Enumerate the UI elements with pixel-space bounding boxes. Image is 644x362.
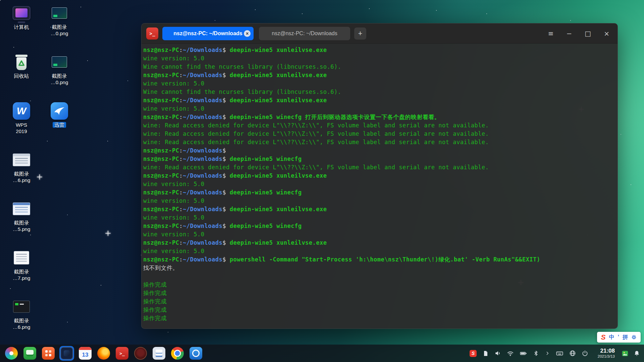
desktop-icon-screenshot-5[interactable]: 截图录…5.png (5, 199, 38, 232)
terminal-line: 操作完成 (143, 289, 614, 297)
tab-bar: nsz@nsz-PC: ~/Downloads×nsz@nsz-PC: ~/Do… (162, 27, 350, 40)
desktop-icon-screenshot-0-b[interactable]: 截图录…0.png (43, 52, 76, 85)
bluetooth-icon[interactable] (533, 350, 539, 357)
desktop-icon-xunlei[interactable]: 迅雷 (43, 101, 76, 128)
dock-item-firefox[interactable] (96, 346, 111, 361)
keyboard-icon[interactable] (556, 350, 564, 357)
dock-item-chrome[interactable] (170, 346, 185, 361)
xunlei-bird-icon (51, 102, 68, 120)
terminal-tab[interactable]: nsz@nsz-PC: ~/Downloads (259, 27, 350, 40)
terminal-tab[interactable]: nsz@nsz-PC: ~/Downloads× (162, 27, 254, 40)
ime-scheme-indicator[interactable]: 拼 (623, 334, 628, 341)
shutdown-icon[interactable] (582, 350, 588, 357)
dock-item-deepin-terminal[interactable]: >_ (115, 346, 129, 361)
terminal-line: wine version: 5.0 (143, 54, 614, 63)
terminal-line: wine version: 5.0 (143, 197, 614, 205)
terminal-line: wine: Read access denied for device L"\\… (143, 130, 614, 138)
terminal-line: nsz@nsz-PC:~/Downloads$ deepin-wine5 xun… (143, 205, 614, 214)
terminal-line: nsz@nsz-PC:~/Downloads$ deepin-wine5 xun… (143, 239, 614, 247)
system-monitor-icon (23, 347, 36, 360)
desktop-icon-screenshot-0-a[interactable]: 截图录…0.png (43, 3, 76, 37)
volume-icon[interactable] (494, 350, 501, 357)
star-sparkle-icon (105, 231, 111, 236)
ime-lang-indicator[interactable]: 中 (609, 334, 614, 341)
screenshot-thumbnail-icon (13, 202, 30, 215)
sogou-icon[interactable]: S (470, 350, 477, 357)
desktop-icon-label: 截图录…5.png (5, 220, 38, 232)
desktop-icon-label: 截图录…0.png (43, 73, 76, 85)
desktop-icon-label: 截图录…7.png (5, 268, 38, 281)
dock-item-launcher[interactable] (4, 346, 19, 361)
screen-capture-icon (190, 347, 202, 360)
desktop-icon-label: WPS2019 (5, 122, 38, 134)
desktop-icon-screenshot-6-a[interactable]: 截图录…6.png (5, 150, 38, 183)
terminal-line: wine: Read access denied for device L"\\… (143, 121, 614, 130)
notifications-icon[interactable] (634, 350, 640, 357)
terminal-line: wine version: 5.0 (143, 214, 614, 222)
terminal-line: 找不到文件。 (143, 264, 614, 272)
document-icon[interactable] (482, 350, 489, 357)
terminal-line (143, 272, 614, 281)
terminal-line: nsz@nsz-PC:~/Downloads$ powershell -Comm… (143, 255, 614, 264)
terminal-line: nsz@nsz-PC:~/Downloads$ deepin-wine5 win… (143, 188, 614, 197)
screenshot-thumbnail-icon (14, 251, 29, 264)
terminal-titlebar[interactable]: >_ nsz@nsz-PC: ~/Downloads×nsz@nsz-PC: ~… (142, 23, 618, 44)
wps-icon: W (13, 102, 30, 120)
tab-title: nsz@nsz-PC: ~/Downloads (173, 31, 242, 37)
dock-item-file-manager[interactable] (59, 346, 74, 361)
menu-icon[interactable]: ≡ (548, 29, 554, 38)
terminal-line: wine version: 5.0 (143, 180, 614, 188)
desktop-icon-computer[interactable]: 计算机 (5, 3, 38, 30)
close-button[interactable]: × (604, 29, 609, 38)
dock-item-app-store[interactable] (41, 346, 56, 361)
dock-item-screen-capture[interactable] (189, 346, 203, 361)
battery-icon[interactable] (520, 350, 527, 357)
gallery-icon[interactable] (622, 350, 629, 357)
tray-right (622, 350, 640, 357)
text-editor-icon (153, 347, 165, 360)
terminal-line: wine version: 5.0 (143, 230, 614, 239)
deepin-terminal-icon: >_ (116, 347, 128, 360)
maximize-button[interactable]: □ (585, 29, 591, 38)
terminal-output[interactable]: nsz@nsz-PC:~/Downloads$ deepin-wine5 xun… (142, 44, 618, 329)
sogou-tray-icon: S (470, 350, 477, 357)
ime-settings-gear-icon[interactable] (631, 335, 637, 340)
window-controls: ≡ − □ × (548, 29, 613, 38)
tab-close-icon[interactable]: × (244, 30, 251, 37)
desktop-icon-label: 截图录…6.png (5, 317, 38, 330)
expand-icon[interactable] (545, 350, 550, 356)
terminal-line: nsz@nsz-PC:~/Downloads$ (143, 146, 614, 155)
desktop-icon-screenshot-7[interactable]: 截图录…7.png (5, 248, 38, 281)
ime-punct-indicator[interactable]: ’ (618, 334, 619, 340)
screenshot-thumbnail-icon (13, 301, 30, 313)
dock-item-text-editor[interactable] (152, 346, 166, 361)
clock[interactable]: 21:08 2021/3/13 (598, 348, 615, 359)
terminal-line: 操作完成 (143, 297, 614, 306)
desktop-icon-recycle-bin[interactable]: 回收站 (5, 52, 38, 79)
new-tab-button[interactable]: + (354, 27, 366, 40)
file-manager-icon (60, 347, 73, 360)
desktop-icon-wps-2019[interactable]: WWPS2019 (5, 101, 38, 134)
tab-title: nsz@nsz-PC: ~/Downloads (272, 31, 337, 37)
media-player-icon (134, 347, 147, 360)
ime-toolbar[interactable]: S 中 ’ 拼 (597, 332, 641, 343)
system-tray: S (470, 350, 588, 357)
dock-item-calendar[interactable]: 13 (78, 346, 93, 361)
terminal-line: wine version: 5.0 (143, 79, 614, 88)
desktop-icon-label: 计算机 (5, 24, 38, 30)
minimize-button[interactable]: − (567, 29, 572, 38)
dock: 13>_ (4, 346, 203, 361)
terminal-window: >_ nsz@nsz-PC: ~/Downloads×nsz@nsz-PC: ~… (141, 23, 618, 329)
taskbar: 13>_ S 21:08 2021/3/13 (0, 345, 644, 362)
desktop-icon-screenshot-6-b[interactable]: 截图录…6.png (5, 297, 38, 330)
dock-item-media-player[interactable] (133, 346, 148, 361)
wifi-icon[interactable] (507, 350, 514, 357)
recycle-bin-icon (14, 54, 29, 70)
dock-item-system-monitor[interactable] (22, 346, 37, 361)
terminal-line: nsz@nsz-PC:~/Downloads$ deepin-wine5 xun… (143, 96, 614, 105)
terminal-line: nsz@nsz-PC:~/Downloads$ deepin-wine5 xun… (143, 71, 614, 79)
terminal-line: nsz@nsz-PC:~/Downloads$ deepin-wine5 xun… (143, 46, 614, 54)
network-icon[interactable] (569, 350, 576, 357)
clock-time: 21:08 (598, 348, 615, 354)
screenshot-thumbnail-icon (52, 7, 67, 19)
